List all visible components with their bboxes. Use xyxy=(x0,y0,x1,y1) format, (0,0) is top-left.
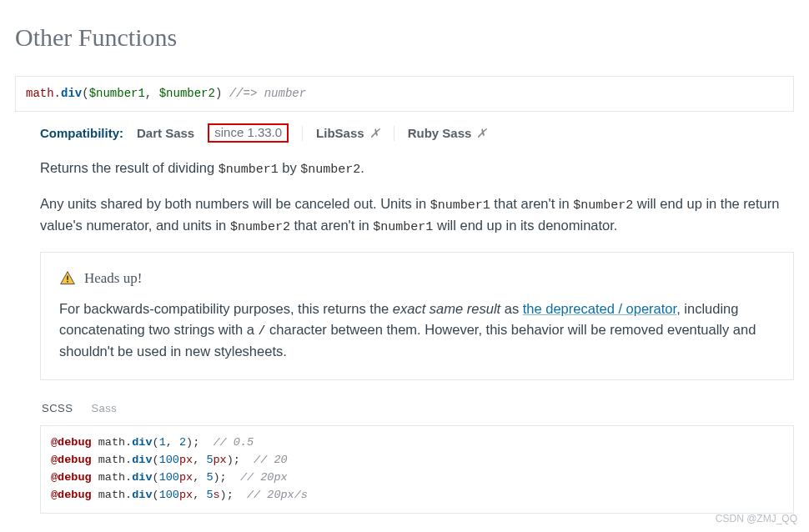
tab-sass[interactable]: Sass xyxy=(91,400,117,417)
function-signature: math.div($number1, $number2) //=> number xyxy=(15,76,794,113)
svg-rect-1 xyxy=(67,281,68,283)
signature-arg2: $number2 xyxy=(159,87,215,100)
compat-since: since 1.33.0 xyxy=(214,125,282,139)
compat-label: Compatibility: xyxy=(40,123,123,143)
compat-since-highlight: since 1.33.0 xyxy=(208,123,289,143)
paragraph-returns: Returns the result of dividing $number1 … xyxy=(40,158,794,179)
warning-icon xyxy=(59,270,76,287)
watermark: CSDN @ZMJ_QQ xyxy=(716,511,797,521)
signature-namespace: math xyxy=(26,87,54,100)
headsup-callout: Heads up! For backwards-compatibility pu… xyxy=(40,252,794,380)
code-line: @debug math.div(1, 2); // 0.5 xyxy=(51,434,783,452)
code-tabs: SCSS Sass xyxy=(40,400,794,417)
svg-rect-0 xyxy=(67,276,68,280)
signature-arg1: $number1 xyxy=(89,87,145,100)
compat-libsass: LibSass✗ xyxy=(316,123,380,143)
divider xyxy=(302,126,303,141)
code-number1: $number1 xyxy=(219,163,279,177)
compat-dartsass: Dart Sass xyxy=(137,123,194,143)
paragraph-units: Any units shared by both numbers will be… xyxy=(40,193,794,238)
page-title: Other Functions xyxy=(15,18,794,58)
compat-libsass-x: ✗ xyxy=(369,126,380,140)
divider xyxy=(394,126,394,141)
compat-rubysass: Ruby Sass✗ xyxy=(408,123,488,143)
signature-return-comment: //=> number xyxy=(229,87,306,100)
compat-rubysass-x: ✗ xyxy=(476,126,487,140)
code-line: @debug math.div(100px, 5px); // 20 xyxy=(51,452,783,469)
callout-body: For backwards-compatibility purposes, th… xyxy=(59,299,775,363)
callout-title: Heads up! xyxy=(84,268,142,289)
tab-scss[interactable]: SCSS xyxy=(42,400,73,417)
signature-function: div xyxy=(61,87,82,100)
compatibility-row: Compatibility: Dart Sass since 1.33.0 Li… xyxy=(40,118,794,151)
callout-emphasis: exact same result xyxy=(393,301,500,316)
code-number2: $number2 xyxy=(300,163,360,177)
code-example: @debug math.div(1, 2); // 0.5@debug math… xyxy=(40,425,794,514)
deprecated-operator-link[interactable]: the deprecated / operator xyxy=(523,301,676,316)
code-line: @debug math.div(100px, 5s); // 20px/s xyxy=(51,487,783,504)
code-line: @debug math.div(100px, 5); // 20px xyxy=(51,469,783,487)
